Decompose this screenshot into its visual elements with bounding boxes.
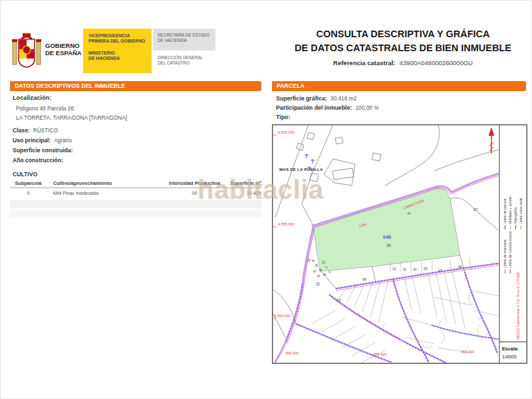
- field-anio-construccion: Año construcción:: [13, 157, 66, 164]
- svg-text:Límite zona verde: Límite zona verde: [519, 198, 523, 224]
- svg-text:Límite de parcela: Límite de parcela: [503, 198, 507, 224]
- title-line2: DE DATOS CATASTRALES DE BIEN INMUEBLE: [280, 43, 526, 53]
- secretaria-line1: SECRETARÍA DE ESTADO: [158, 33, 215, 38]
- superficie-grafica-value: 30.416 m2: [331, 95, 357, 102]
- coord-358400: 358.400: [373, 352, 386, 356]
- field-uso-principal: Uso principal:Agrario: [13, 137, 72, 144]
- utm-coordinates-label: 358.800 Coordenadas U.T.M. Huso 31 ETRS8…: [517, 272, 520, 340]
- field-participacion: Participación del inmueble:100,00 %: [276, 104, 379, 111]
- parcel-27: 27: [473, 207, 478, 211]
- field-superficie-construida: Superficie construida:: [13, 147, 76, 154]
- uso-label: Uso principal:: [13, 137, 51, 144]
- parcel-code-048: 048: [383, 234, 391, 240]
- participacion-label: Participación del inmueble:: [276, 104, 352, 111]
- parcel-26: 26: [386, 243, 391, 247]
- parcel-06: 06: [458, 265, 462, 269]
- spain-coat-of-arms: [11, 31, 42, 71]
- col-superficie: Superficie m²: [226, 180, 261, 186]
- referencia-value: 43900A048000260000GU: [400, 59, 473, 66]
- coord-4555800: 4.555.800: [278, 222, 295, 226]
- cadastral-map-svg: 4.556.000 4.555.800 4.555.600 358.200 35…: [272, 124, 527, 364]
- field-clase: Clase:RÚSTICO: [13, 127, 58, 134]
- legend-mobiliario: Mobiliario y aceras: [508, 196, 512, 229]
- legend-manzana: Límite de manzana: [503, 239, 507, 273]
- localizacion-line1: Polígono 48 Parcela 26: [16, 105, 74, 112]
- vicepresidencia-line1: VICEPRESIDENCIA: [88, 33, 152, 39]
- secretaria-line2: DE HACIENDA: [158, 38, 215, 43]
- cadastral-document-page: GOBIERNO DE ESPAÑA VICEPRESIDENCIA PRIME…: [0, 0, 532, 399]
- cell-cultivo: MM Pinar maderable: [47, 190, 163, 196]
- coord-358600: 358.600: [461, 350, 474, 354]
- table-empty-stripe: [10, 210, 261, 218]
- coord-358200: 358.200: [285, 351, 299, 355]
- cell-superficie: 30.425: [226, 190, 261, 196]
- cadastral-map: 4.556.000 4.555.800 4.555.600 358.200 35…: [272, 124, 527, 364]
- svg-text:Límite de manzana: Límite de manzana: [503, 239, 507, 268]
- col-intensidad: Intensidad Productiva: [163, 180, 226, 186]
- clase-label: Clase:: [13, 127, 30, 134]
- cell-intensidad: 00: [163, 190, 226, 196]
- participacion-value: 100,00 %: [355, 104, 378, 111]
- superficie-construida-label: Superficie construida:: [13, 147, 73, 154]
- svg-text:Mobiliario y aceras: Mobiliario y aceras: [508, 196, 512, 224]
- svg-text:Hidrografía: Hidrografía: [513, 207, 517, 224]
- cultivo-table-header: Subparcela Cultivo/aprovechamiento Inten…: [10, 180, 261, 188]
- parcel-12: 12: [392, 267, 396, 271]
- referencia-label: Referencia catastral:: [333, 59, 395, 66]
- col-cultivo: Cultivo/aprovechamiento: [47, 180, 163, 186]
- section-header-parcela: PARCELA: [272, 81, 526, 91]
- parcel-07: 07: [438, 269, 442, 273]
- section-header-datos-descriptivos: DATOS DESCRIPTIVOS DEL INMUEBLE: [10, 81, 261, 91]
- cultivo-table: Subparcela Cultivo/aprovechamiento Inten…: [10, 180, 261, 218]
- parcel-11: 11: [403, 267, 406, 271]
- col-subparcela: Subparcela: [10, 180, 47, 186]
- parcel-08: 08: [362, 277, 366, 281]
- gobierno-espana-label: GOBIERNO DE ESPAÑA: [45, 42, 82, 57]
- tipo-label: Tipo:: [276, 114, 290, 120]
- document-title: CONSULTA DESCRIPTIVA Y GRÁFICA DE DATOS …: [280, 29, 526, 66]
- uso-value: Agrario: [54, 137, 72, 144]
- ministerio-line1: MINISTERIO: [88, 51, 152, 56]
- field-superficie-grafica: Superficie gráfica:30.416 m2: [276, 95, 356, 102]
- parcel-22: 22: [307, 259, 311, 262]
- parcel-13: 13: [336, 298, 340, 302]
- escala-label: Escala:: [502, 346, 519, 352]
- escala-value: 1/4000: [502, 354, 517, 360]
- cultivo-title: CULTIVO: [13, 171, 37, 178]
- field-tipo: Tipo:: [276, 114, 293, 120]
- secretaria-gray-box: SECRETARÍA DE ESTADO DE HACIENDA DIRECCI…: [153, 29, 215, 73]
- ministerio-line2: DE HACIENDA: [88, 56, 152, 61]
- legend-construcciones: Límite de construcciones: [508, 231, 512, 273]
- parcel-09: 09: [424, 267, 428, 271]
- table-row: 0 MM Pinar maderable 00 30.425: [10, 190, 261, 196]
- direccion-line2: DEL CATASTRO: [158, 61, 215, 66]
- anio-label: Año construcción:: [13, 157, 63, 164]
- coord-4556000: 4.556.000: [278, 130, 295, 134]
- referencia-catastral: Referencia catastral:43900A048000260000G…: [280, 59, 526, 66]
- place-label-mas-de-la-pubilla: MAS DE LA PUBILLA: [279, 168, 323, 172]
- localizacion-line2: LA TORRETA. TARRAGONA [TARRAGONA]: [16, 114, 127, 121]
- parcel-10: 10: [413, 267, 417, 271]
- title-line1: CONSULTA DESCRIPTIVA Y GRÁFICA: [280, 29, 526, 39]
- table-empty-stripe: [10, 200, 261, 208]
- superficie-grafica-label: Superficie gráfica:: [276, 95, 327, 102]
- clase-value: RÚSTICO: [33, 127, 58, 134]
- svg-text:358.800 Coordenadas U.T.M. Hus: 358.800 Coordenadas U.T.M. Huso 31 ETRS8…: [517, 272, 520, 340]
- coord-4555600: 4.555.600: [274, 314, 291, 318]
- cell-subparcela: 0: [10, 190, 47, 196]
- vicepresidencia-line2: PRIMERA DEL GOBIERNO: [88, 39, 152, 44]
- localizacion-label: Localización:: [13, 94, 51, 101]
- ministry-yellow-box: VICEPRESIDENCIA PRIMERA DEL GOBIERNO MIN…: [83, 29, 152, 73]
- direccion-line1: DIRECCIÓN GENERAL: [158, 55, 215, 61]
- legend-zona-verde: Límite zona verde: [519, 198, 523, 229]
- svg-text:Límite de construcciones: Límite de construcciones: [508, 231, 512, 268]
